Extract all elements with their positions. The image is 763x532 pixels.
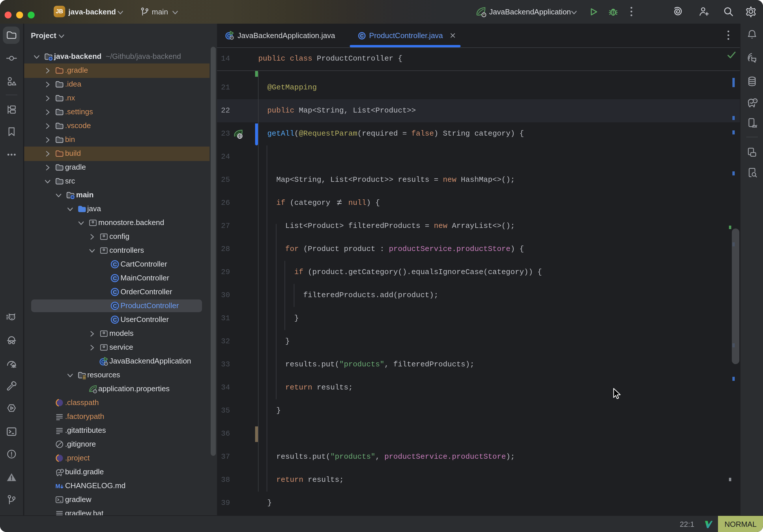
svg-text:C: C	[113, 303, 117, 309]
svg-text:C: C	[113, 289, 117, 295]
svg-text:M: M	[55, 483, 60, 489]
svg-text:C: C	[113, 262, 117, 267]
svg-text:C: C	[113, 275, 117, 281]
svg-text:C: C	[360, 33, 363, 38]
svg-text:C: C	[113, 317, 117, 323]
